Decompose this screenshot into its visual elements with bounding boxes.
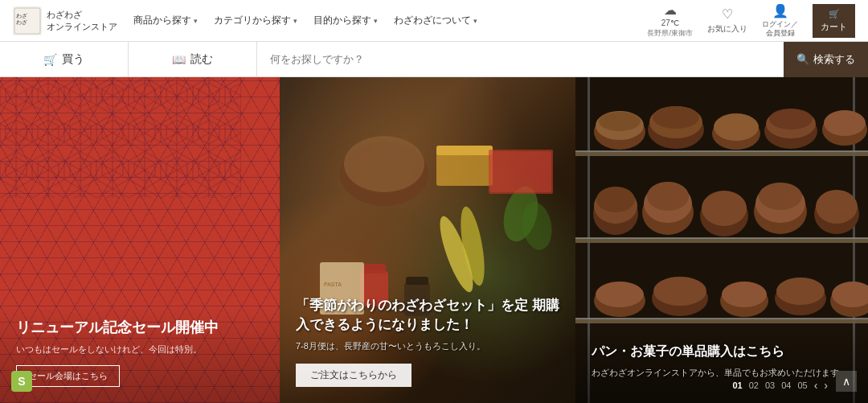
login-button[interactable]: 👤 ログイン／会員登録 bbox=[762, 3, 798, 38]
bread-panel-subtitle: わざわざオンラインストアから、単品でもお求めいただけます bbox=[592, 366, 852, 380]
svg-point-55 bbox=[824, 110, 866, 136]
svg-point-61 bbox=[647, 182, 689, 211]
svg-point-76 bbox=[776, 278, 825, 305]
svg-text:わざ: わざ bbox=[16, 13, 27, 19]
buy-tab[interactable]: 🛒 買う bbox=[0, 42, 129, 76]
chevron-down-icon: ▾ bbox=[374, 17, 378, 25]
nav-item-products[interactable]: 商品から探す ▾ bbox=[133, 14, 198, 27]
cart-icon: 🛒 bbox=[829, 9, 840, 19]
main-content: リニューアル記念セール開催中 いつもはセールをしないけれど、今回は特別。 セール… bbox=[0, 77, 868, 403]
svg-point-63 bbox=[702, 191, 747, 226]
page-2[interactable]: 02 bbox=[749, 380, 759, 390]
svg-rect-33 bbox=[490, 151, 551, 192]
chevron-up-icon: ∧ bbox=[842, 375, 850, 388]
food-panel-title: 「季節がわりのわざわざセット」を定 期購入できるようになりました！ bbox=[296, 296, 559, 335]
search-area bbox=[257, 42, 784, 76]
svg-point-48 bbox=[653, 106, 699, 129]
svg-point-72 bbox=[653, 277, 706, 306]
bread-panel-title: パン・お菓子の単品購入はこちら bbox=[592, 343, 852, 360]
svg-rect-17 bbox=[0, 77, 241, 198]
cart-button[interactable]: 🛒 カート bbox=[813, 4, 855, 38]
main-nav: 商品から探す ▾ カテゴリから探す ▾ 目的から探す ▾ わざわざについて ▾ bbox=[125, 14, 647, 27]
pagination: 01 02 03 04 05 ‹ › bbox=[732, 379, 828, 392]
page-4[interactable]: 04 bbox=[781, 380, 791, 390]
svg-point-58 bbox=[596, 187, 635, 212]
svg-point-53 bbox=[769, 109, 813, 130]
food-panel-subtitle: 7-8月便は、長野産の甘〜いとうもろこし入り。 bbox=[296, 339, 559, 353]
sale-panel-content: リニューアル記念セール開催中 いつもはセールをしないけれど、今回は特別。 セール… bbox=[0, 306, 280, 403]
sale-panel: リニューアル記念セール開催中 いつもはセールをしないけれど、今回は特別。 セール… bbox=[0, 77, 280, 403]
svg-rect-37 bbox=[575, 151, 868, 156]
next-arrow[interactable]: › bbox=[824, 379, 828, 392]
search-button[interactable]: 🔍 検索する bbox=[784, 42, 868, 77]
main-header: わざ わざ わざわざ オンラインストア 商品から探す ▾ カテゴリから探す ▾ … bbox=[0, 0, 868, 42]
shopify-badge: S bbox=[11, 371, 32, 392]
chevron-down-icon: ▾ bbox=[473, 17, 477, 25]
svg-point-70 bbox=[596, 282, 644, 307]
page-3[interactable]: 03 bbox=[765, 380, 775, 390]
cart-small-icon: 🛒 bbox=[43, 53, 57, 66]
svg-point-45 bbox=[599, 112, 641, 131]
svg-point-66 bbox=[759, 183, 802, 210]
chevron-down-icon: ▾ bbox=[194, 17, 198, 25]
svg-point-50 bbox=[714, 113, 759, 141]
prev-arrow[interactable]: ‹ bbox=[814, 379, 818, 392]
logo-icon: わざ わざ bbox=[13, 6, 42, 35]
logo-text: わざわざ オンラインストア bbox=[47, 9, 117, 32]
search-input[interactable] bbox=[270, 53, 771, 65]
food-panel-content: 「季節がわりのわざわざセット」を定 期購入できるようになりました！ 7-8月便は… bbox=[280, 283, 575, 403]
pattern-overlay bbox=[0, 77, 241, 198]
bread-panel-content: パン・お菓子の単品購入はこちら わざわざオンラインストアから、単品でもお求めいた… bbox=[575, 330, 868, 403]
header-right: ☁ 27℃ 長野県/東御市 ♡ お気に入り 👤 ログイン／会員登録 🛒 カート bbox=[647, 2, 855, 39]
food-panel: PASTA 「季節がわりのわざわざセット」を定 期購入できるようになりました！ … bbox=[280, 77, 575, 403]
svg-rect-25 bbox=[362, 264, 386, 273]
shopify-icon: S bbox=[18, 375, 25, 388]
weather-info: ☁ 27℃ 長野県/東御市 bbox=[647, 2, 693, 39]
sub-header: 🛒 買う 📖 読む 🔍 検索する bbox=[0, 42, 868, 77]
search-icon: 🔍 bbox=[796, 53, 809, 65]
chevron-down-icon: ▾ bbox=[293, 17, 297, 25]
svg-rect-21 bbox=[436, 146, 493, 155]
cloud-icon: ☁ bbox=[664, 2, 677, 18]
svg-point-19 bbox=[344, 136, 424, 192]
book-icon: 📖 bbox=[172, 53, 186, 66]
read-tab[interactable]: 📖 読む bbox=[129, 42, 257, 76]
food-panel-button[interactable]: ご注文はこちらから bbox=[296, 364, 411, 387]
svg-point-68 bbox=[816, 190, 858, 224]
nav-item-purpose[interactable]: 目的から探す ▾ bbox=[313, 14, 378, 27]
svg-rect-39 bbox=[575, 319, 868, 323]
page-5[interactable]: 05 bbox=[797, 380, 807, 390]
svg-text:わざ: わざ bbox=[16, 19, 27, 26]
nav-item-category[interactable]: カテゴリから探す ▾ bbox=[214, 14, 297, 27]
sale-panel-subtitle: いつもはセールをしないけれど、今回は特別。 bbox=[16, 343, 264, 356]
sale-panel-title: リニューアル記念セール開催中 bbox=[16, 319, 264, 337]
user-icon: 👤 bbox=[772, 3, 788, 19]
favorites-button[interactable]: ♡ お気に入り bbox=[707, 6, 747, 35]
svg-point-74 bbox=[722, 282, 767, 307]
svg-rect-38 bbox=[575, 238, 868, 243]
heart-icon: ♡ bbox=[722, 6, 733, 22]
bread-panel: パン・お菓子の単品購入はこちら わざわざオンラインストアから、単品でもお求めいた… bbox=[575, 77, 868, 403]
logo-area[interactable]: わざ わざ わざわざ オンラインストア bbox=[13, 6, 125, 35]
nav-item-about[interactable]: わざわざについて ▾ bbox=[394, 14, 477, 27]
scroll-top-button[interactable]: ∧ bbox=[836, 371, 857, 392]
page-1[interactable]: 01 bbox=[732, 380, 742, 390]
